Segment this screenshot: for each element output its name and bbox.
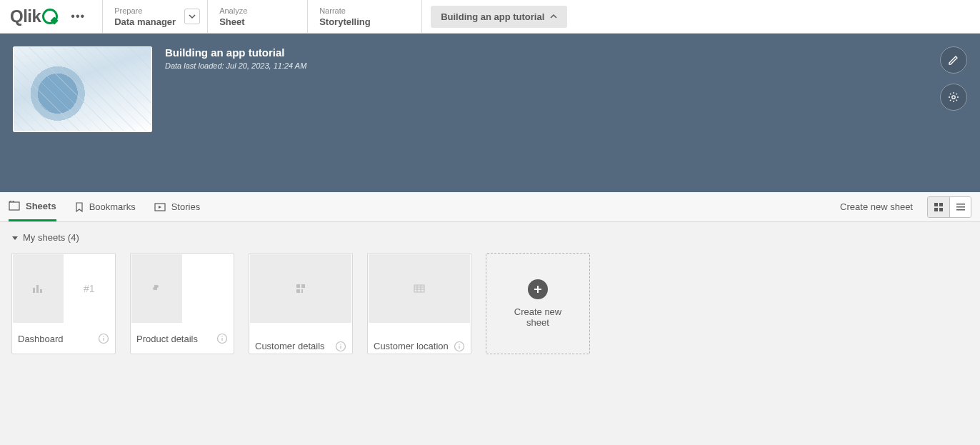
info-icon[interactable] <box>454 341 465 352</box>
svg-rect-29 <box>459 344 459 344</box>
logo-mark-icon <box>42 9 58 24</box>
sheet-card-product-details[interactable]: Product details <box>130 253 234 354</box>
app-menu-button[interactable]: Building an app tutorial <box>431 6 567 28</box>
card-footer: Customer location <box>368 339 471 354</box>
app-title: Building an app tutorial <box>165 46 306 59</box>
svg-rect-1 <box>9 202 19 210</box>
create-new-sheet-label: Create new sheet <box>506 306 570 328</box>
puzzle-icon <box>151 283 163 294</box>
svg-rect-15 <box>103 336 104 337</box>
triangle-down-icon <box>11 234 19 241</box>
nav-analyze[interactable]: Analyze Sheet <box>208 0 308 33</box>
tab-sheets[interactable]: Sheets <box>9 192 56 221</box>
nav-prepare[interactable]: Prepare Data manager <box>103 0 208 33</box>
app-menu-label: Building an app tutorial <box>441 11 544 22</box>
edit-button[interactable] <box>940 46 967 74</box>
preview-kpi: #1 <box>64 254 115 323</box>
section-my-sheets-label: My sheets (4) <box>23 232 79 243</box>
card-footer: Customer details <box>249 339 352 354</box>
svg-rect-17 <box>221 338 222 341</box>
svg-point-0 <box>952 96 955 99</box>
list-icon <box>956 202 966 212</box>
svg-rect-22 <box>301 289 303 293</box>
svg-rect-11 <box>36 285 39 293</box>
nav-prepare-value: Data manager <box>114 16 176 27</box>
nav-prepare-dropdown[interactable] <box>184 9 200 24</box>
create-sheet-link[interactable]: Create new sheet <box>840 201 913 212</box>
tab-bookmarks[interactable]: Bookmarks <box>75 192 136 221</box>
svg-rect-24 <box>340 346 341 349</box>
info-icon[interactable] <box>216 333 228 344</box>
content-area: My sheets (4) #1 Dashboard Product d <box>0 222 980 445</box>
gear-icon <box>948 91 959 103</box>
chevron-down-icon <box>189 13 196 20</box>
svg-rect-10 <box>33 288 35 293</box>
plus-circle-icon <box>528 279 548 299</box>
svg-rect-14 <box>103 338 104 341</box>
tabs: Sheets Bookmarks Stories <box>9 192 200 221</box>
info-icon[interactable] <box>335 341 346 352</box>
sheets-icon <box>9 201 20 211</box>
more-menu-button[interactable]: ••• <box>66 6 89 27</box>
svg-rect-4 <box>939 203 943 206</box>
list-view-button[interactable] <box>949 197 971 217</box>
settings-button[interactable] <box>940 84 967 111</box>
view-toggle <box>927 196 971 218</box>
sheet-card-dashboard[interactable]: #1 Dashboard <box>11 253 116 354</box>
svg-rect-7 <box>956 204 965 205</box>
logo-text: Qlik <box>10 6 41 26</box>
app-thumbnail <box>13 46 152 132</box>
card-footer: Product details <box>131 324 234 354</box>
svg-rect-25 <box>340 344 341 344</box>
sheet-cards: #1 Dashboard Product details <box>11 253 969 354</box>
info-icon[interactable] <box>98 333 109 344</box>
svg-rect-9 <box>956 209 965 211</box>
bookmark-icon <box>75 202 84 212</box>
tab-stories-label: Stories <box>171 201 200 212</box>
svg-rect-28 <box>459 346 459 349</box>
preview-kpi-text: #1 <box>84 283 95 294</box>
card-preview <box>250 254 351 323</box>
grid-view-button[interactable] <box>928 197 949 217</box>
card-title: Product details <box>136 334 198 344</box>
svg-rect-20 <box>301 284 305 288</box>
section-my-sheets-toggle[interactable]: My sheets (4) <box>11 232 969 243</box>
hero-actions <box>940 46 967 111</box>
nav-analyze-label: Analyze <box>219 6 296 15</box>
svg-rect-19 <box>296 284 300 288</box>
tab-bookmarks-label: Bookmarks <box>89 201 136 212</box>
top-bar: Qlik ••• Prepare Data manager Analyze Sh… <box>0 0 980 34</box>
table-icon <box>414 284 425 293</box>
qlik-logo[interactable]: Qlik <box>10 6 58 26</box>
sheet-card-customer-location[interactable]: Customer location <box>367 253 471 354</box>
app-hero-text: Building an app tutorial Data last loade… <box>165 46 306 179</box>
card-footer: Dashboard <box>12 324 115 354</box>
svg-rect-18 <box>221 336 222 337</box>
nav-analyze-value: Sheet <box>219 16 296 27</box>
app-hero: Building an app tutorial Data last loade… <box>0 34 980 192</box>
svg-rect-3 <box>934 203 938 206</box>
nav-prepare-label: Prepare <box>114 6 176 15</box>
svg-rect-5 <box>934 208 938 211</box>
nav-narrate-label: Narrate <box>319 6 410 15</box>
preview-chart-icon <box>13 254 64 323</box>
tab-stories[interactable]: Stories <box>154 192 200 221</box>
nav-narrate[interactable]: Narrate Storytelling <box>308 0 422 33</box>
svg-rect-26 <box>414 285 424 292</box>
card-title: Customer location <box>374 341 449 351</box>
create-new-sheet-card[interactable]: Create new sheet <box>486 253 590 354</box>
nav-narrate-value: Storytelling <box>319 16 410 27</box>
svg-rect-12 <box>40 289 42 293</box>
sheets-toolbar: Sheets Bookmarks Stories Create new shee… <box>0 192 980 222</box>
svg-rect-21 <box>296 289 300 293</box>
card-title: Customer details <box>255 341 325 351</box>
svg-rect-6 <box>939 208 943 211</box>
blocks-icon <box>296 284 306 294</box>
pencil-icon <box>948 54 959 66</box>
card-title: Dashboard <box>18 334 64 344</box>
sheet-card-customer-details[interactable]: Customer details <box>249 253 353 354</box>
svg-rect-8 <box>956 206 965 208</box>
grid-icon <box>934 202 944 212</box>
card-preview <box>369 254 470 323</box>
logo-section: Qlik ••• <box>0 0 95 33</box>
